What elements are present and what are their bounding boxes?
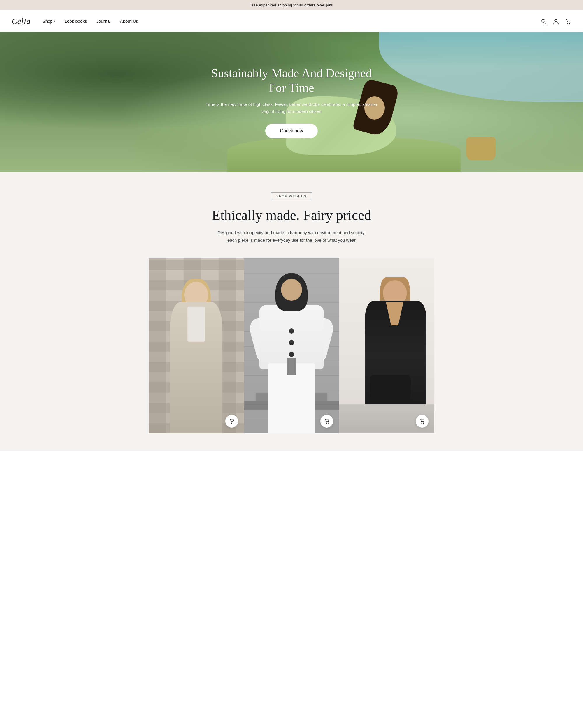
add-to-cart-button-1[interactable] <box>225 415 238 427</box>
product-card-3[interactable] <box>339 258 434 434</box>
hero-subtitle: Time is the new trace of high class. Few… <box>202 101 381 115</box>
shop-description: Designed with longevity and made in harm… <box>216 229 367 244</box>
add-to-cart-button-3[interactable] <box>416 415 428 427</box>
hero-title: Sustainably Made And Designed For Time <box>202 66 381 95</box>
announcement-bar: Free expedited shipping for all orders o… <box>0 0 583 10</box>
shop-title: Ethically made. Fairy priced <box>12 207 571 223</box>
hero-section: Sustainably Made And Designed For Time T… <box>0 32 583 172</box>
product-image-1 <box>149 258 244 434</box>
svg-point-7 <box>326 423 327 423</box>
svg-point-6 <box>232 423 233 423</box>
search-icon[interactable] <box>540 18 547 25</box>
logo[interactable]: Celia <box>12 17 31 26</box>
header-icons <box>540 18 571 25</box>
svg-point-0 <box>542 19 545 23</box>
product-image-2 <box>244 258 339 434</box>
svg-point-3 <box>567 23 568 23</box>
svg-point-9 <box>421 423 422 423</box>
product-card-1[interactable] <box>149 258 244 434</box>
announcement-link[interactable]: Free expedited shipping for all orders o… <box>250 3 333 7</box>
cart-icon-1 <box>229 419 234 424</box>
hero-content: Sustainably Made And Designed For Time T… <box>197 66 386 138</box>
svg-point-10 <box>423 423 423 423</box>
svg-point-5 <box>231 423 232 423</box>
chevron-down-icon: ▾ <box>54 20 55 23</box>
main-nav: Shop ▾ Look books Journal About Us <box>43 19 540 24</box>
nav-item-about[interactable]: About Us <box>120 19 138 24</box>
svg-point-2 <box>555 19 557 22</box>
svg-point-8 <box>328 423 329 423</box>
product-card-2[interactable] <box>244 258 339 434</box>
product-grid <box>149 258 434 434</box>
svg-line-1 <box>545 22 546 24</box>
add-to-cart-button-2[interactable] <box>321 415 333 427</box>
cart-icon-3 <box>419 419 425 424</box>
svg-point-4 <box>569 23 570 23</box>
check-now-button[interactable]: Check now <box>265 124 317 138</box>
nav-item-journal[interactable]: Journal <box>96 19 110 24</box>
header: Celia Shop ▾ Look books Journal About Us <box>0 10 583 32</box>
product-image-3 <box>339 258 434 434</box>
shop-section: SHOP WITH US Ethically made. Fairy price… <box>0 172 583 451</box>
nav-item-lookbooks[interactable]: Look books <box>65 19 87 24</box>
cart-icon-2 <box>324 419 329 424</box>
shop-badge: SHOP WITH US <box>271 192 312 200</box>
cart-icon[interactable] <box>565 18 571 25</box>
account-icon[interactable] <box>553 18 559 25</box>
nav-item-shop[interactable]: Shop ▾ <box>43 19 55 24</box>
